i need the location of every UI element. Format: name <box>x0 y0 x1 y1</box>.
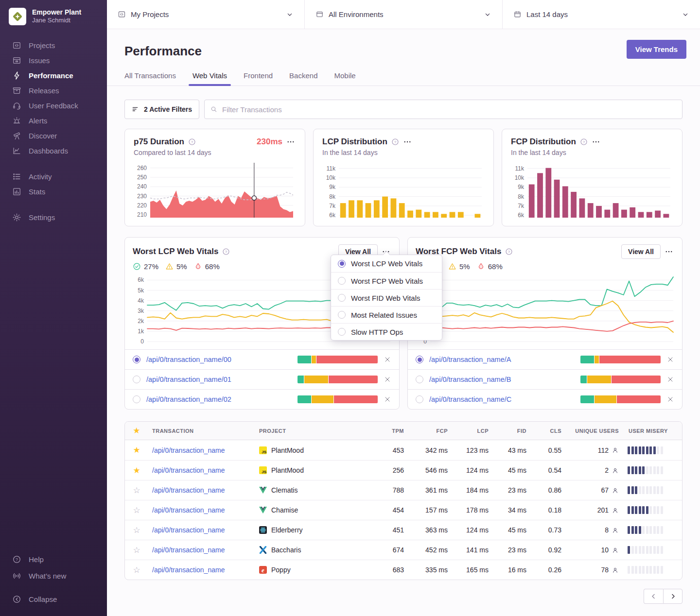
star-toggle[interactable]: ☆ <box>125 525 148 535</box>
unique-users-cell: 10 <box>565 546 623 554</box>
svg-text:3k: 3k <box>138 308 144 314</box>
date-range-selector[interactable]: Last 14 days <box>502 0 700 29</box>
star-toggle[interactable]: ☆ <box>125 485 148 496</box>
environment-selector[interactable]: All Environments <box>304 0 502 29</box>
column-header-cls[interactable]: CLS <box>530 428 565 434</box>
sidebar-item-label: Collapse <box>29 595 57 603</box>
sidebar-item-activity[interactable]: Activity <box>0 169 107 184</box>
transaction-radio[interactable] <box>416 356 423 363</box>
panel-menu-button[interactable] <box>665 247 674 257</box>
card-menu-button[interactable] <box>592 137 601 147</box>
column-header-transaction[interactable]: TRANSACTION <box>148 428 255 434</box>
transaction-link[interactable]: /api/0/transaction_name <box>152 566 225 574</box>
column-header-fid[interactable]: FID <box>492 428 530 434</box>
sidebar-item-stats[interactable]: Stats <box>0 184 107 199</box>
sidebar-item-user-feedback[interactable]: User Feedback <box>0 98 107 113</box>
close-icon[interactable] <box>384 395 391 403</box>
transaction-link[interactable]: /api/0/transaction_name/C <box>429 395 575 403</box>
transaction-link[interactable]: /api/0/transaction_name/02 <box>146 395 292 403</box>
tab-all-transactions[interactable]: All Transactions <box>124 71 176 86</box>
sidebar-item-what-s-new[interactable]: What’s new <box>0 567 107 584</box>
transaction-radio[interactable] <box>416 395 423 403</box>
menu-item-most-related-issues[interactable]: Most Related Issues <box>331 306 442 323</box>
svg-text:2k: 2k <box>138 318 144 325</box>
tab-frontend[interactable]: Frontend <box>244 71 273 86</box>
column-header-unique-users[interactable]: UNIQUE USERS <box>565 428 623 434</box>
sidebar-item-alerts[interactable]: Alerts <box>0 113 107 128</box>
transaction-link[interactable]: /api/0/transaction_name <box>152 506 225 514</box>
card-chart[interactable]: 210220230240250260 <box>134 161 296 220</box>
view-trends-button[interactable]: View Trends <box>627 40 686 59</box>
transaction-link[interactable]: /api/0/transaction_name <box>152 486 225 494</box>
transaction-link[interactable]: /api/0/transaction_name <box>152 526 225 534</box>
transaction-link[interactable]: /api/0/transaction_name <box>152 546 225 554</box>
transaction-radio[interactable] <box>133 395 140 403</box>
sidebar-item-projects[interactable]: Projects <box>0 38 107 53</box>
card-menu-button[interactable] <box>403 137 413 147</box>
transaction-link[interactable]: /api/0/transaction_name <box>152 446 225 454</box>
menu-item-worst-fid-web-vitals[interactable]: Worst FID Web Vitals <box>331 289 442 306</box>
tab-web-vitals[interactable]: Web Vitals <box>192 71 227 86</box>
star-toggle[interactable]: ☆ <box>125 565 148 575</box>
fcp-value: 361 ms <box>408 486 452 494</box>
menu-item-worst-fcp-web-vitals[interactable]: Worst FCP Web Vitals <box>331 272 442 289</box>
help-icon[interactable]: ? <box>188 138 196 146</box>
active-filters-button[interactable]: 2 Active Filters <box>124 100 199 119</box>
close-icon[interactable] <box>666 356 674 363</box>
help-icon[interactable]: ? <box>222 248 230 256</box>
transaction-radio[interactable] <box>133 356 140 363</box>
transaction-link[interactable]: /api/0/transaction_name/B <box>429 376 575 383</box>
transaction-link[interactable]: /api/0/transaction_name <box>152 466 225 474</box>
transaction-radio[interactable] <box>133 376 140 383</box>
close-icon[interactable] <box>384 376 391 383</box>
column-header-project[interactable]: PROJECT <box>255 428 377 434</box>
help-icon[interactable]: ? <box>391 138 399 146</box>
star-toggle[interactable]: ☆ <box>125 505 148 515</box>
vitals-chart[interactable]: 01k2k3k4k5k6k <box>414 273 676 346</box>
transaction-link[interactable]: /api/0/transaction_name/00 <box>146 356 292 363</box>
star-toggle[interactable]: ☆ <box>125 545 148 555</box>
transaction-radio[interactable] <box>416 376 423 383</box>
menu-item-slow-http-ops[interactable]: Slow HTTP Ops <box>331 323 442 340</box>
poor-segment <box>329 376 378 383</box>
tab-backend[interactable]: Backend <box>289 71 317 86</box>
view-all-button[interactable]: View All <box>621 244 661 259</box>
sidebar-item-settings[interactable]: Settings <box>0 210 107 225</box>
next-page-button[interactable] <box>663 589 682 604</box>
card-chart[interactable]: 6k7k8k9k10k11k <box>322 161 485 220</box>
help-icon[interactable]: ? <box>505 248 513 256</box>
column-header-fcp[interactable]: FCP <box>408 428 452 434</box>
transaction-link[interactable]: /api/0/transaction_name/A <box>429 356 575 363</box>
sidebar-collapse-button[interactable]: Collapse <box>0 591 107 607</box>
close-icon[interactable] <box>384 356 391 363</box>
org-switcher[interactable]: Empower Plant Jane Schmidt <box>0 0 107 38</box>
search-box <box>204 100 682 119</box>
sidebar-item-performance[interactable]: Performance <box>0 68 107 83</box>
star-toggle[interactable]: ★ <box>125 445 148 455</box>
help-icon[interactable]: ? <box>580 138 588 146</box>
project-selector[interactable]: My Projects <box>107 0 304 29</box>
sidebar-item-releases[interactable]: Releases <box>0 83 107 98</box>
column-header-tpm[interactable]: TPM <box>377 428 408 434</box>
card-chart[interactable]: 6k7k8k9k10k11k <box>511 161 673 220</box>
close-icon[interactable] <box>666 395 674 403</box>
warning-icon <box>165 262 174 271</box>
card-menu-button[interactable] <box>286 137 296 147</box>
calendar-icon <box>513 10 522 18</box>
column-header-lcp[interactable]: LCP <box>452 428 492 434</box>
sidebar-item-dashboards[interactable]: Dashboards <box>0 143 107 158</box>
star-column-header[interactable]: ★ <box>125 426 148 436</box>
transactions-table: ★TRANSACTIONPROJECTTPMFCPLCPFIDCLSUNIQUE… <box>124 421 682 580</box>
sidebar-item-discover[interactable]: Discover <box>0 128 107 143</box>
column-header-user-misery[interactable]: USER MISERY <box>623 428 682 434</box>
search-input[interactable] <box>204 100 682 119</box>
project-icon-js: JS <box>259 466 267 474</box>
menu-item-worst-lcp-web-vitals[interactable]: Worst LCP Web Vitals <box>331 255 442 272</box>
transaction-link[interactable]: /api/0/transaction_name/01 <box>146 376 292 383</box>
sidebar-item-help[interactable]: ? Help <box>0 551 107 567</box>
star-toggle[interactable]: ★ <box>125 465 148 476</box>
tab-mobile[interactable]: Mobile <box>334 71 355 86</box>
sidebar-item-issues[interactable]: Issues <box>0 53 107 68</box>
previous-page-button[interactable] <box>644 589 663 604</box>
close-icon[interactable] <box>666 376 674 383</box>
